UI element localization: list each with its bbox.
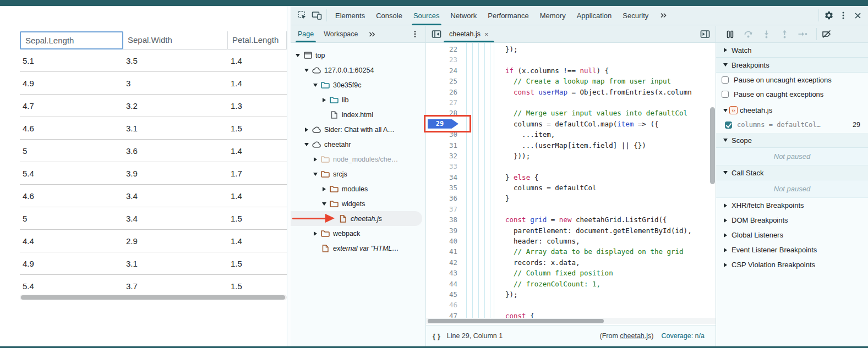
table-cell[interactable]: 5 [20, 146, 123, 156]
line-number-44[interactable]: 44 [426, 279, 465, 289]
tree-expand-arrow[interactable] [312, 173, 319, 176]
tab-close-icon[interactable]: × [484, 30, 489, 38]
table-cell[interactable]: 3.7 [123, 281, 228, 291]
tree-expand-arrow[interactable] [303, 143, 310, 146]
table-cell[interactable]: 5.4 [20, 169, 123, 178]
deactivate-breakpoints-icon[interactable] [820, 27, 834, 41]
more-tabs-button[interactable] [654, 12, 673, 19]
editor-horizontal-scrollbar-thumb[interactable] [428, 319, 604, 323]
table-cell[interactable]: 3 [123, 79, 228, 88]
table-cell[interactable]: 1.3 [228, 101, 287, 111]
source-origin-link[interactable]: cheetah.js [620, 332, 651, 340]
editor-horizontal-scrollbar[interactable] [426, 318, 716, 324]
table-cell[interactable]: 4.9 [20, 259, 123, 268]
table-cell[interactable]: 4.7 [20, 101, 123, 111]
table-cell[interactable]: 1.5 [228, 281, 287, 291]
section-csp-violation-breakpoints[interactable]: CSP Violation Breakpoints [716, 257, 868, 272]
table-cell[interactable]: 1.5 [228, 214, 287, 223]
table-cell[interactable]: 3.9 [123, 169, 228, 178]
line-number-40[interactable]: 40 [426, 236, 465, 246]
table-cell[interactable]: 2.9 [123, 236, 228, 246]
tree-expand-arrow[interactable] [303, 69, 310, 72]
table-cell[interactable]: 1.7 [228, 169, 287, 178]
line-number-24[interactable]: 24 [426, 65, 465, 76]
call-stack-section-header[interactable]: Call Stack [716, 165, 868, 180]
tree-item-modules[interactable]: modules [291, 181, 425, 196]
tree-item-30e35f9c[interactable]: 30e35f9c [291, 78, 425, 92]
pause-on-uncaught-row[interactable]: Pause on uncaught exceptions [716, 73, 868, 87]
devtools-tab-sources[interactable]: Sources [408, 6, 445, 25]
editor-vertical-scrollbar-thumb[interactable] [710, 107, 715, 184]
table-cell[interactable]: 1.4 [228, 79, 287, 88]
table-cell[interactable]: 3.4 [123, 214, 228, 223]
line-number-25[interactable]: 25 [426, 76, 465, 86]
table-cell[interactable]: 1.4 [228, 236, 287, 246]
devtools-tab-elements[interactable]: Elements [330, 6, 370, 25]
table-cell[interactable]: 5 [20, 214, 123, 223]
tree-expand-arrow[interactable] [312, 231, 319, 236]
editor-tab-cheetah-js[interactable]: cheetah.js × [444, 26, 494, 42]
section-event-listener-breakpoints[interactable]: Event Listener Breakpoints [716, 242, 868, 257]
line-number-43[interactable]: 43 [426, 268, 465, 278]
tree-expand-arrow[interactable] [294, 54, 302, 57]
tree-item-node-modules-che[interactable]: node_modules/che… [291, 152, 425, 167]
column-header-sepal-length[interactable]: Sepal.Length [20, 31, 123, 49]
table-cell[interactable]: 1.4 [228, 191, 287, 201]
line-number-46[interactable]: 46 [426, 300, 465, 310]
line-number-41[interactable]: 41 [426, 246, 465, 257]
watch-section-header[interactable]: Watch [716, 43, 868, 58]
line-number-32[interactable]: 32 [426, 151, 465, 161]
tree-item-webpack[interactable]: webpack [291, 226, 425, 241]
show-debugger-sidebar-icon[interactable] [698, 27, 712, 41]
hide-navigator-icon[interactable] [429, 27, 444, 41]
breakpoints-section-header[interactable]: Breakpoints [716, 58, 868, 73]
tree-expand-arrow[interactable] [312, 157, 319, 162]
line-number-22[interactable]: 22 [426, 44, 465, 54]
devtools-tab-network[interactable]: Network [445, 6, 483, 25]
tree-expand-arrow[interactable] [320, 98, 328, 102]
breakpoint-file-group[interactable]: ‹› cheetah.js [716, 103, 868, 118]
line-number-42[interactable]: 42 [426, 257, 465, 268]
tree-expand-arrow[interactable] [320, 202, 328, 206]
section-xhr-fetch-breakpoints[interactable]: XHR/fetch Breakpoints [716, 198, 868, 213]
line-number-35[interactable]: 35 [426, 183, 465, 193]
line-number-37[interactable]: 37 [426, 204, 465, 214]
step-into-icon[interactable] [759, 27, 773, 41]
pretty-print-icon[interactable]: { } [433, 332, 440, 340]
line-number-45[interactable]: 45 [426, 289, 465, 300]
pause-on-caught-checkbox[interactable] [722, 91, 729, 98]
section-global-listeners[interactable]: Global Listeners [716, 228, 868, 242]
table-cell[interactable]: 5.4 [20, 281, 123, 291]
pause-on-caught-row[interactable]: Pause on caught exceptions [716, 87, 868, 101]
navigator-more-tabs-icon[interactable] [363, 26, 381, 42]
table-cell[interactable]: 3.1 [123, 124, 228, 133]
table-cell[interactable]: 1.4 [228, 56, 287, 65]
line-number-39[interactable]: 39 [426, 225, 465, 236]
kebab-menu-icon[interactable] [836, 8, 850, 23]
step-over-icon[interactable] [741, 27, 755, 41]
tree-item-external-var-html[interactable]: external var "HTML… [291, 241, 425, 256]
tree-item-widgets[interactable]: widgets [291, 196, 425, 211]
tree-expand-arrow[interactable] [312, 84, 319, 87]
step-out-icon[interactable] [777, 27, 791, 41]
table-cell[interactable]: 3.2 [123, 101, 228, 111]
tree-item-srcjs[interactable]: srcjs [291, 167, 425, 181]
devtools-tab-performance[interactable]: Performance [482, 6, 534, 25]
source-editor-pane[interactable]: 2223242526272829293031323334353637383940… [426, 43, 716, 346]
table-cell[interactable]: 5.1 [20, 56, 123, 65]
navigator-tab-workspace[interactable]: Workspace [319, 26, 363, 42]
grid-horizontal-scrollbar-thumb[interactable] [21, 295, 285, 300]
breakpoint-entry-checkbox[interactable] [725, 121, 732, 129]
tree-item-cheetahr[interactable]: cheetahr [291, 137, 425, 152]
table-cell[interactable]: 3.5 [123, 56, 228, 65]
table-cell[interactable]: 1.4 [228, 146, 287, 156]
line-number-gutter[interactable]: 2223242526272829293031323334353637383940… [426, 44, 465, 321]
tree-item-index-html[interactable]: index.html [291, 107, 425, 122]
step-icon[interactable] [795, 27, 810, 41]
scope-section-header[interactable]: Scope [716, 133, 868, 148]
line-number-33[interactable]: 33 [426, 161, 465, 172]
devtools-tab-security[interactable]: Security [617, 6, 654, 25]
tree-item-sider-chat-with-all-a[interactable]: Sider: Chat with all A… [291, 122, 425, 137]
devtools-tab-console[interactable]: Console [370, 6, 408, 25]
tree-item-127-0-0-1-60254[interactable]: 127.0.0.1:60254 [291, 63, 425, 78]
